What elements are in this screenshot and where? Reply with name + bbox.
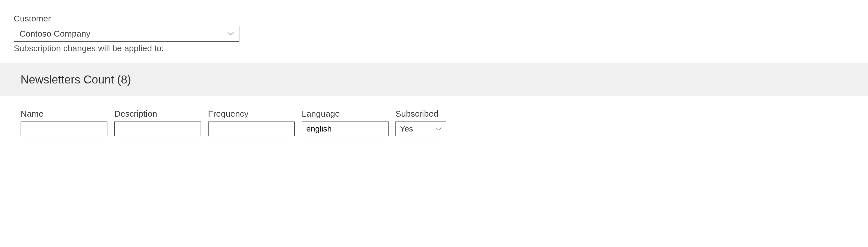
filter-label-frequency: Frequency: [208, 109, 295, 119]
customer-field-block: Customer Contoso Company Subscription ch…: [14, 14, 854, 53]
customer-dropdown[interactable]: Contoso Company: [14, 26, 240, 42]
filter-dropdown-subscribed-value: Yes: [400, 124, 413, 133]
filter-col-name: Name: [21, 109, 107, 136]
newsletter-filter-row: Name Description Frequency Language Subs…: [14, 109, 854, 136]
customer-dropdown-value: Contoso Company: [20, 29, 90, 39]
filter-col-language: Language: [302, 109, 389, 136]
filter-label-language: Language: [302, 109, 389, 119]
filter-label-name: Name: [21, 109, 107, 119]
filter-input-language[interactable]: [302, 122, 389, 136]
subscription-helper-text: Subscription changes will be applied to:: [14, 43, 854, 53]
chevron-down-icon: [435, 127, 442, 131]
chevron-down-icon: [227, 32, 234, 36]
filter-col-description: Description: [114, 109, 201, 136]
filter-col-subscribed: Subscribed Yes: [396, 109, 446, 136]
customer-label: Customer: [14, 14, 854, 24]
filter-input-name[interactable]: [21, 122, 107, 136]
filter-label-subscribed: Subscribed: [396, 109, 446, 119]
filter-input-frequency[interactable]: [208, 122, 295, 136]
filter-label-description: Description: [114, 109, 201, 119]
filter-dropdown-subscribed[interactable]: Yes: [396, 122, 446, 136]
newsletters-section-header: Newsletters Count (8): [0, 63, 868, 96]
filter-input-description[interactable]: [114, 122, 201, 136]
newsletters-section-title: Newsletters Count (8): [21, 73, 861, 86]
filter-col-frequency: Frequency: [208, 109, 295, 136]
